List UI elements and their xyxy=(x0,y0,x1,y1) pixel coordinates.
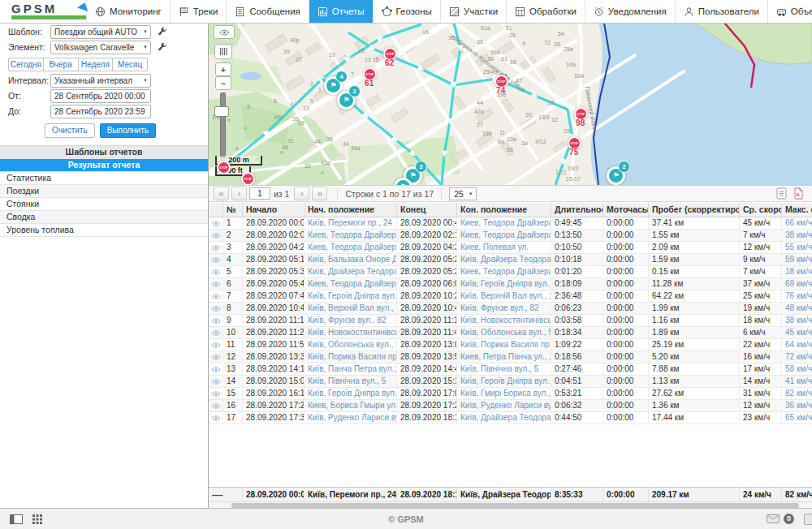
stop-marker[interactable]: STOP xyxy=(217,161,231,174)
stop-marker[interactable]: STOP74 xyxy=(495,75,508,88)
show-on-map-eye-icon[interactable] xyxy=(209,388,223,399)
first-page-button[interactable]: « xyxy=(214,187,229,200)
tab-monitoring[interactable]: Мониторинг xyxy=(86,0,170,23)
range-yesterday-button[interactable]: Вчера xyxy=(43,58,79,71)
tab-processing[interactable]: Обработки xyxy=(506,0,585,23)
menu-templates-header[interactable]: Шаблоны отчетов xyxy=(0,146,208,159)
grid-view-button[interactable] xyxy=(32,514,42,524)
table-row[interactable]: 128.09.2020 00:00:00Київ, Перемоги пр., … xyxy=(209,217,812,230)
collapse-panel-button[interactable] xyxy=(10,514,23,524)
tab-tracks[interactable]: Треки xyxy=(170,0,227,23)
column-header[interactable]: Кон. положение xyxy=(457,203,551,217)
stop-marker[interactable]: STOP xyxy=(241,172,255,185)
range-today-button[interactable]: Сегодня xyxy=(8,58,44,71)
prev-page-button[interactable]: ‹ xyxy=(231,187,247,200)
show-on-map-eye-icon[interactable] xyxy=(209,303,223,314)
column-header[interactable]: Конец xyxy=(397,203,457,217)
show-on-map-eye-icon[interactable] xyxy=(209,327,223,338)
clear-button[interactable]: Очистить xyxy=(45,123,95,138)
table-row[interactable]: 728.09.2020 07:43:39Київ, Героїв Дніпра … xyxy=(209,290,812,303)
template-settings-wrench-icon[interactable] xyxy=(158,27,167,37)
interval-select[interactable]: Указанный интервал▼ xyxy=(50,74,151,88)
menu-summary[interactable]: Сводка xyxy=(0,211,208,224)
table-row[interactable]: 1528.09.2020 16:11:18Київ, Героїв Дніпра… xyxy=(209,388,812,400)
date-to-input[interactable]: 28 Сентябрь 2020 23:59 xyxy=(50,105,151,118)
zoom-out-button[interactable]: − xyxy=(215,76,231,90)
show-on-map-eye-icon[interactable] xyxy=(209,400,223,411)
run-report-button[interactable]: Выполнить xyxy=(100,123,156,138)
show-on-map-eye-icon[interactable] xyxy=(209,254,223,265)
table-row[interactable]: 528.09.2020 05:37:10Київ, Драйзера Теодо… xyxy=(209,266,812,278)
export-excel-button[interactable] xyxy=(776,187,787,200)
zoom-slider-handle[interactable] xyxy=(214,106,229,117)
show-on-map-eye-icon[interactable] xyxy=(209,242,223,253)
tab-users[interactable]: Пользователи xyxy=(675,0,767,23)
tab-objects[interactable]: Объекты xyxy=(767,0,812,23)
show-on-map-eye-icon[interactable] xyxy=(209,412,223,424)
menu-fuel-level[interactable]: Уровень топлива xyxy=(0,224,208,237)
show-on-map-eye-icon[interactable] xyxy=(209,376,223,387)
table-row[interactable]: 1728.09.2020 17:32:11Київ, Руденко Ларис… xyxy=(209,412,812,424)
column-header[interactable]: Макс. скорость xyxy=(782,203,812,217)
show-on-map-eye-icon[interactable] xyxy=(209,230,223,241)
stop-marker[interactable]: STOP61 xyxy=(363,67,377,81)
stop-marker[interactable]: STOP75 xyxy=(568,136,581,150)
show-on-map-eye-icon[interactable] xyxy=(209,315,223,326)
range-week-button[interactable]: Неделя xyxy=(78,58,114,71)
stop-marker[interactable]: STOP62 xyxy=(383,47,397,61)
menu-statistics[interactable]: Статистика xyxy=(0,172,208,185)
show-on-map-eye-icon[interactable] xyxy=(209,351,223,363)
element-select[interactable]: Volkswagen Caravelle▼ xyxy=(50,41,151,54)
stop-marker[interactable]: STOP98 xyxy=(574,107,588,121)
table-row[interactable]: 328.09.2020 04:24:03Киев, Теодора Драйзе… xyxy=(209,242,812,254)
table-row[interactable]: 1428.09.2020 15:09:27Київ, Північна вул.… xyxy=(209,376,812,388)
menu-parkings[interactable]: Стоянки xyxy=(0,198,208,211)
tab-areas[interactable]: Участки xyxy=(440,0,506,23)
last-page-button[interactable]: » xyxy=(312,187,327,200)
zoom-in-button[interactable]: + xyxy=(215,62,231,76)
show-on-map-eye-icon[interactable] xyxy=(209,363,223,375)
messages-button[interactable] xyxy=(767,514,780,523)
show-on-map-eye-icon[interactable] xyxy=(209,217,223,229)
zoom-slider-track[interactable] xyxy=(220,92,226,157)
next-page-button[interactable]: › xyxy=(294,187,309,200)
column-header[interactable]: Начало xyxy=(243,203,304,217)
page-number-input[interactable]: 1 xyxy=(249,187,270,200)
column-header[interactable]: Длительность xyxy=(551,203,603,217)
tab-messages[interactable]: Сообщения xyxy=(226,0,308,23)
template-select[interactable]: Поездки общий AUTO▼ xyxy=(50,25,151,39)
table-row[interactable]: 828.09.2020 10:41:27Київ, Верхній Вал ву… xyxy=(209,303,812,315)
column-header[interactable]: № xyxy=(223,203,243,217)
column-header[interactable]: Моточасы xyxy=(603,203,649,217)
app-logo[interactable]: GPSM xyxy=(0,0,86,23)
map-canvas[interactable]: 40р3937101813 1516353651а51544282625а725… xyxy=(209,23,812,185)
tab-reports[interactable]: Отчеты xyxy=(309,0,373,23)
table-row[interactable]: 1228.09.2020 13:39:45Київ, Порика Василя… xyxy=(209,351,812,363)
table-row[interactable]: 628.09.2020 05:46:30Киев, Теодора Драйзе… xyxy=(209,278,812,290)
table-row[interactable]: 1128.09.2020 11:58:23Київ, Оболонська ву… xyxy=(209,339,812,351)
map-visibility-button[interactable] xyxy=(214,25,235,39)
tab-geofences[interactable]: Геозоны xyxy=(373,0,440,23)
show-on-map-eye-icon[interactable] xyxy=(209,290,223,302)
page-size-select[interactable]: 25▼ xyxy=(449,187,477,200)
table-row[interactable]: 228.09.2020 02:05:45Киев, Теодора Драйзе… xyxy=(209,230,812,242)
show-on-map-eye-icon[interactable] xyxy=(209,339,223,351)
table-row[interactable]: 1628.09.2020 17:20:39Киев, Бориса Гмыри … xyxy=(209,400,812,412)
tab-notifications[interactable]: Уведомления xyxy=(585,0,675,23)
table-row[interactable]: 428.09.2020 05:11:52Київ, Бальзака Оноре… xyxy=(209,254,812,266)
menu-report-result[interactable]: Результат отчета xyxy=(0,159,208,172)
date-from-input[interactable]: 28 Сентябрь 2020 00:00 xyxy=(50,89,151,103)
map-layers-button[interactable] xyxy=(214,44,232,59)
show-on-map-eye-icon[interactable] xyxy=(209,266,223,277)
show-on-map-eye-icon[interactable] xyxy=(209,278,223,290)
menu-trips[interactable]: Поездки xyxy=(0,185,208,198)
column-header[interactable]: Ср. скорость xyxy=(740,203,782,217)
column-header[interactable]: Пробег (скорректированный) xyxy=(649,203,740,217)
table-row[interactable]: 1028.09.2020 11:25:48Київ, Новокостянтин… xyxy=(209,327,812,339)
column-header[interactable]: Нач. положение xyxy=(304,203,397,217)
element-settings-wrench-icon[interactable] xyxy=(158,42,167,52)
table-row[interactable]: 1328.09.2020 14:19:41Київ, Панча Петра в… xyxy=(209,363,812,376)
table-row[interactable]: 928.09.2020 11:10:50Київ, Фрунзе вул., 8… xyxy=(209,315,812,327)
range-month-button[interactable]: Месяц xyxy=(112,58,148,71)
export-pdf-button[interactable]: A xyxy=(793,187,804,200)
